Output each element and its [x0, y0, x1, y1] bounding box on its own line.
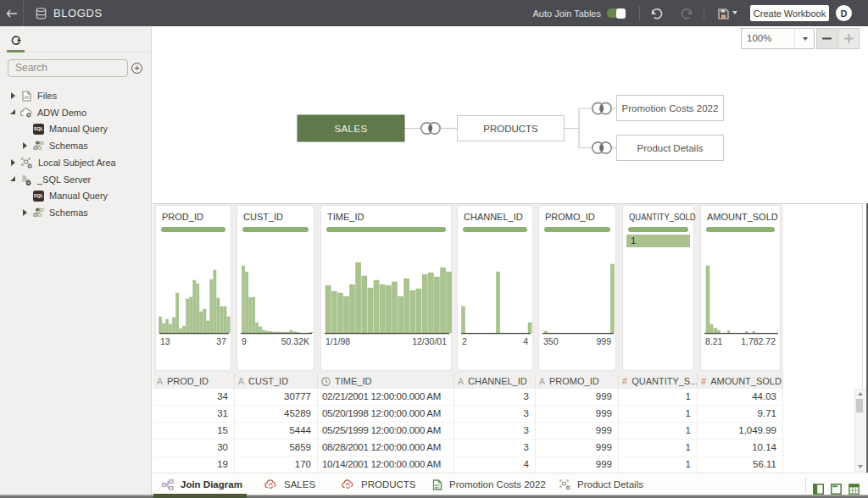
- svg-text:PRODUCTS: PRODUCTS: [483, 124, 538, 134]
- svg-text:Product Details: Product Details: [637, 143, 704, 153]
- svg-text:SALES: SALES: [334, 124, 367, 134]
- svg-text:Promotion Costs 2022: Promotion Costs 2022: [622, 103, 719, 113]
